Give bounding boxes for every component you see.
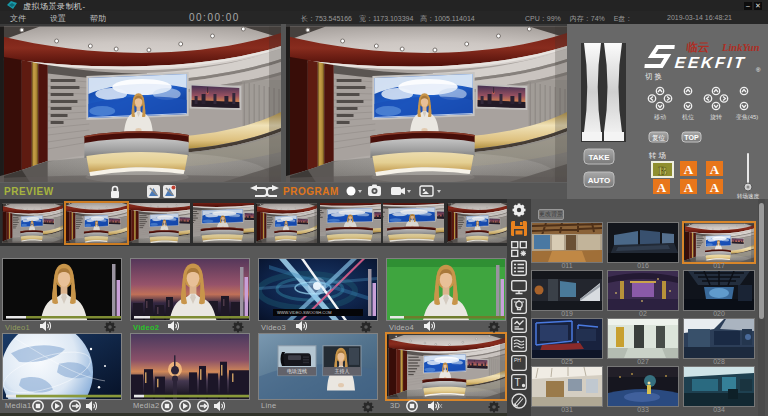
svg-text:TOP: TOP bbox=[684, 134, 699, 141]
svg-text:EEKFIT: EEKFIT bbox=[674, 53, 747, 71]
svg-text:AUTO: AUTO bbox=[588, 176, 611, 185]
svg-text:LinkYun: LinkYun bbox=[721, 42, 760, 53]
svg-text:TAKE: TAKE bbox=[588, 153, 610, 162]
svg-text:A: A bbox=[684, 180, 694, 195]
svg-text:转场: 转场 bbox=[648, 151, 668, 160]
svg-text:A: A bbox=[710, 162, 720, 177]
svg-text:变焦(45): 变焦(45) bbox=[736, 113, 759, 121]
svg-text:A: A bbox=[684, 162, 694, 177]
svg-text:切换: 切换 bbox=[645, 72, 664, 81]
svg-text:移动: 移动 bbox=[654, 114, 666, 121]
svg-text:A: A bbox=[657, 180, 667, 195]
svg-text:复位: 复位 bbox=[652, 134, 666, 142]
svg-text:旋转: 旋转 bbox=[710, 114, 722, 121]
svg-text:T: T bbox=[515, 377, 521, 388]
svg-text:机位: 机位 bbox=[682, 114, 694, 120]
svg-text:PH: PH bbox=[514, 357, 521, 363]
svg-text:临云: 临云 bbox=[686, 42, 711, 54]
svg-text:A: A bbox=[710, 180, 720, 195]
svg-text:B: B bbox=[658, 163, 667, 178]
svg-text:®: ® bbox=[756, 67, 761, 73]
